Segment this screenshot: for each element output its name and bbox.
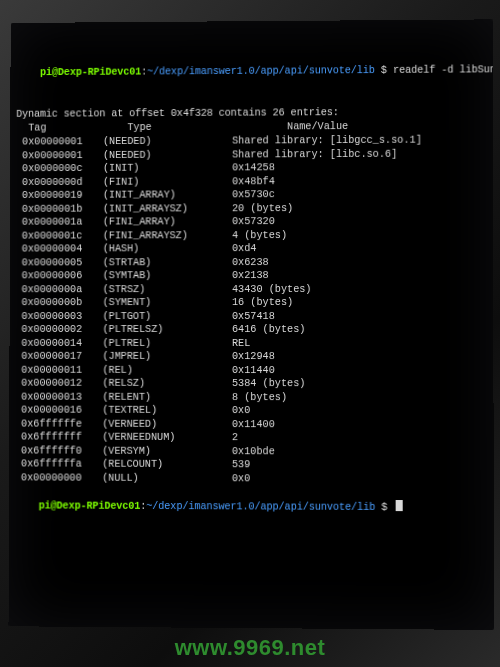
terminal-screen[interactable]: pi@Dexp-RPiDevc01:~/dexp/imanswer1.0/app…: [9, 19, 495, 630]
table-row: 0x00000004(HASH)0xd4: [16, 242, 487, 256]
cell-tag: 0x00000002: [15, 323, 102, 336]
table-row: 0x6fffffff(VERNEEDNUM)2: [15, 430, 487, 445]
table-row: 0x00000003(PLTGOT)0x57418: [16, 309, 488, 323]
cell-tag: 0x00000004: [16, 242, 103, 256]
cell-type: (INIT): [103, 161, 232, 175]
cell-value: 0x11440: [232, 363, 487, 377]
cell-type: (FINI_ARRAY): [103, 215, 232, 229]
cell-value: 2: [232, 431, 488, 445]
cell-value: 0x0: [232, 472, 488, 487]
watermark-text: www.9969.net: [0, 635, 500, 661]
cell-value: 4 (bytes): [232, 228, 487, 242]
cell-tag: 0x0000001a: [16, 216, 103, 230]
table-row: 0x0000001b(INIT_ARRAYSZ)20 (bytes): [16, 201, 487, 216]
cell-type: (FINI_ARRAYSZ): [103, 229, 232, 243]
cell-tag: 0x00000019: [16, 189, 103, 203]
cell-value: 539: [232, 458, 488, 472]
cell-value: 0x12948: [232, 350, 487, 364]
cell-tag: 0x0000001c: [16, 229, 103, 243]
cell-value: 0x6238: [232, 255, 487, 269]
cell-type: (SYMENT): [103, 296, 232, 310]
cell-tag: 0x0000000d: [16, 175, 103, 189]
table-row: 0x00000002(PLTRELSZ)6416 (bytes): [15, 323, 487, 337]
table-row: 0x00000017(JMPREL)0x12948: [15, 350, 487, 364]
cell-type: (VERNEED): [102, 417, 232, 431]
cell-tag: 0x00000005: [16, 256, 103, 270]
cell-type: (INIT_ARRAY): [103, 188, 232, 202]
cell-value: 0x14258: [232, 160, 487, 174]
cell-value: 0x2138: [232, 269, 487, 283]
cell-type: (REL): [103, 363, 232, 377]
cell-type: (VERSYM): [102, 444, 232, 458]
cell-value: 43430 (bytes): [232, 282, 487, 296]
table-row: 0x00000019(INIT_ARRAY)0x5730c: [16, 187, 487, 202]
prompt-line-2[interactable]: pi@Dexp-RPiDevc01:~/dexp/imanswer1.0/app…: [15, 484, 488, 529]
cell-tag: 0x00000016: [15, 404, 102, 418]
prompt-userhost: pi@Dexp-RPiDevc01: [39, 500, 141, 511]
table-row: 0x00000014(PLTREL)REL: [15, 336, 487, 350]
prompt-userhost: pi@Dexp-RPiDevc01: [40, 67, 141, 79]
col-header-type: Type: [103, 121, 232, 136]
cell-value: 0x48bf4: [232, 174, 487, 188]
cell-tag: 0x00000012: [15, 377, 102, 391]
cell-tag: 0x00000001: [16, 135, 103, 149]
cell-value: Shared library: [libc.so.6]: [232, 147, 487, 162]
cell-value: 8 (bytes): [232, 391, 487, 405]
table-row: 0x0000001a(FINI_ARRAY)0x57320: [16, 215, 487, 230]
table-row: 0x0000000b(SYMENT)16 (bytes): [16, 296, 488, 310]
cell-value: Shared library: [libgcc_s.so.1]: [232, 133, 487, 148]
table-row: 0x00000011(REL)0x11440: [15, 363, 487, 377]
prompt-path: ~/dexp/imanswer1.0/app/api/sunvote/lib: [147, 65, 375, 77]
cell-tag: 0x0000000b: [16, 296, 103, 309]
prompt-line-1: pi@Dexp-RPiDevc01:~/dexp/imanswer1.0/app…: [16, 49, 486, 94]
cell-type: (RELENT): [102, 390, 232, 404]
cell-value: 0x57320: [232, 215, 487, 229]
cell-tag: 0x00000017: [15, 350, 102, 364]
cell-type: (STRTAB): [103, 256, 232, 270]
cursor-icon: [396, 500, 403, 511]
col-header-value: Name/Value: [232, 119, 487, 134]
cell-value: 0x10bde: [232, 445, 488, 459]
cell-value: 20 (bytes): [232, 201, 487, 215]
cell-type: (PLTGOT): [103, 310, 232, 323]
cell-type: (NULL): [102, 471, 232, 485]
cell-tag: 0x00000003: [16, 310, 103, 323]
cell-value: 16 (bytes): [232, 296, 487, 310]
table-row: 0x00000013(RELENT)8 (bytes): [15, 390, 487, 404]
cell-type: (PLTRELSZ): [103, 323, 232, 336]
cell-tag: 0x00000014: [15, 336, 102, 349]
cell-value: REL: [232, 336, 487, 350]
cell-tag: 0x00000000: [15, 471, 102, 485]
cell-type: (STRSZ): [103, 283, 232, 297]
prompt-path: ~/dexp/imanswer1.0/app/api/sunvote/lib: [146, 501, 375, 513]
cell-value: 0x11400: [232, 418, 488, 432]
cell-tag: 0x0000000a: [16, 283, 103, 296]
cell-type: (NEEDED): [103, 135, 232, 149]
table-row: 0x00000000(NULL)0x0: [15, 471, 488, 486]
cell-type: (HASH): [103, 242, 232, 256]
cell-type: (JMPREL): [103, 350, 232, 364]
cell-value: 0xd4: [232, 242, 487, 256]
cell-type: (NEEDED): [103, 148, 232, 162]
cell-value: 5384 (bytes): [232, 377, 487, 391]
cell-tag: 0x0000000c: [16, 162, 103, 176]
prompt-dollar: $: [375, 502, 393, 513]
table-row: 0x0000001c(FINI_ARRAYSZ)4 (bytes): [16, 228, 487, 243]
cell-tag: 0x00000006: [16, 269, 103, 283]
cell-tag: 0x6ffffff0: [15, 444, 102, 458]
command-text: readelf -d libSunV: [393, 64, 494, 76]
cell-value: 0x0: [232, 404, 488, 418]
cell-tag: 0x00000001: [16, 149, 103, 163]
cell-value: 0x5730c: [232, 187, 487, 201]
cell-type: (INIT_ARRAYSZ): [103, 202, 232, 216]
table-row: 0x00000012(RELSZ)5384 (bytes): [15, 377, 487, 391]
cell-tag: 0x6ffffffe: [15, 417, 102, 431]
col-header-tag: Tag: [16, 121, 103, 135]
table-body: 0x00000001(NEEDED)Shared library: [libgc…: [15, 133, 488, 486]
table-row: 0x0000000a(STRSZ)43430 (bytes): [16, 282, 488, 296]
cell-type: (RELCOUNT): [102, 458, 232, 472]
table-row: 0x6ffffffe(VERNEED)0x11400: [15, 417, 487, 432]
cell-type: (SYMTAB): [103, 269, 232, 283]
cell-type: (PLTREL): [103, 336, 232, 350]
cell-tag: 0x00000013: [15, 390, 102, 404]
